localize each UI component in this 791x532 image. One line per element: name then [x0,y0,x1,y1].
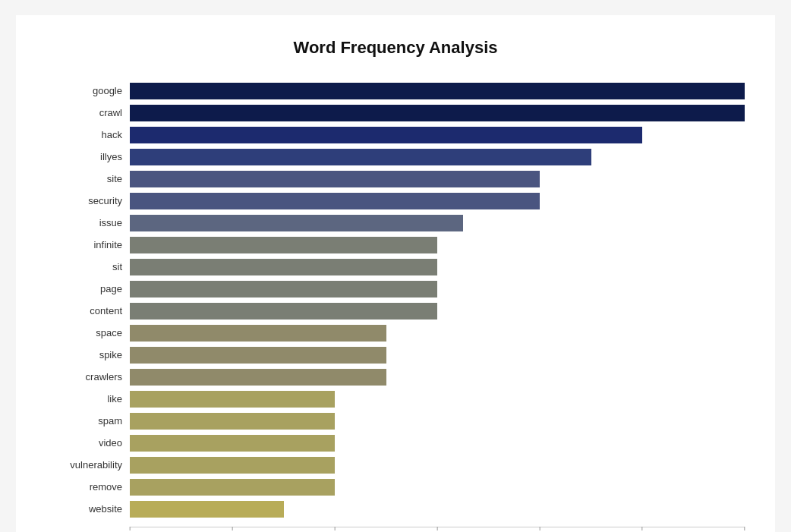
x-tick: 12 [739,527,749,532]
bar-label: illyes [46,151,130,162]
bar-track [130,391,745,408]
chart-area: googlecrawlhackillyessitesecurityissuein… [46,80,745,521]
bar-track [130,83,745,99]
bar-fill [130,501,284,518]
bar-track [130,127,745,143]
bar-track [130,325,745,342]
bar-label: vulnerability [46,459,130,471]
bar-label: issue [46,217,130,228]
bar-fill [130,479,335,496]
bar-row: sit [46,257,745,277]
bar-track [130,193,745,209]
bar-label: crawlers [46,371,130,382]
bar-track [130,369,745,386]
bar-row: security [46,190,745,211]
bar-fill [130,83,745,99]
x-tick: 2 [230,527,235,532]
bar-label: spike [46,349,130,360]
x-tick: 6 [435,527,440,532]
bar-row: spam [46,411,745,431]
bar-fill [130,369,386,386]
bar-row: illyes [46,146,745,167]
bar-label: crawl [46,107,130,118]
bar-label: website [46,503,130,515]
bar-label: content [46,305,130,316]
bar-fill [130,127,642,143]
bar-row: website [46,499,745,519]
bar-fill [130,105,745,121]
bar-label: video [46,437,130,449]
bar-fill [130,237,437,253]
bar-row: site [46,168,745,189]
x-tick: 0 [128,527,133,532]
bar-row: vulnerability [46,455,745,475]
bar-row: crawlers [46,367,745,387]
chart-title: Word Frequency Analysis [46,38,745,58]
bar-track [130,435,745,452]
x-tick: 8 [537,527,543,532]
bar-row: space [46,323,745,343]
bar-label: remove [46,481,130,493]
bar-fill [130,281,437,297]
bar-label: like [46,393,130,405]
bar-fill [130,193,540,209]
bar-track [130,457,745,474]
bar-track [130,105,745,121]
x-tick: 4 [332,527,338,532]
bar-track [130,303,745,320]
bar-label: infinite [46,239,130,250]
x-axis: 024681012 [130,527,745,532]
bar-track [130,501,745,518]
bar-row: google [46,80,745,101]
bar-track [130,149,745,165]
bar-row: crawl [46,102,745,123]
x-axis-container: 024681012 [46,527,745,532]
bar-fill [130,259,437,275]
bar-fill [130,457,335,474]
bar-row: remove [46,477,745,497]
bar-label: page [46,283,130,294]
bar-row: hack [46,124,745,145]
bar-fill [130,149,591,165]
bar-fill [130,391,335,408]
bar-fill [130,413,335,430]
bar-track [130,171,745,187]
bar-label: hack [46,129,130,140]
bar-fill [130,435,335,452]
bar-label: site [46,173,130,184]
bar-label: sit [46,261,130,272]
bar-track [130,479,745,496]
bar-fill [130,171,540,187]
bar-label: space [46,327,130,338]
x-tick: 10 [637,527,647,532]
bar-label: spam [46,415,130,427]
bar-fill [130,215,463,231]
bar-track [130,347,745,364]
bar-fill [130,303,437,320]
bar-track [130,281,745,297]
bar-track [130,259,745,275]
bar-fill [130,347,386,364]
bar-row: like [46,389,745,409]
bar-label: security [46,195,130,206]
bar-label: google [46,85,130,96]
bar-track [130,413,745,430]
bar-row: page [46,279,745,299]
bar-row: spike [46,345,745,365]
bar-track [130,237,745,253]
chart-container: Word Frequency Analysis googlecrawlhacki… [16,15,775,532]
bar-row: issue [46,212,745,233]
bar-row: infinite [46,235,745,255]
bar-row: content [46,301,745,321]
bar-fill [130,325,386,342]
bar-track [130,215,745,231]
bar-row: video [46,433,745,453]
